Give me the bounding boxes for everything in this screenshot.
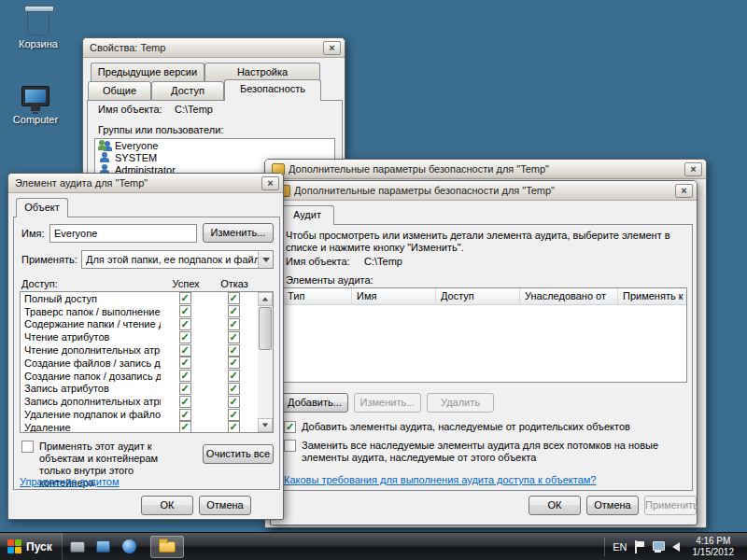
apply-button[interactable]: Применить <box>644 496 697 515</box>
ok-button[interactable]: ОК <box>529 496 581 515</box>
scroll-up-icon[interactable] <box>258 292 273 306</box>
permission-row[interactable]: Содержание папки / чтение данных <box>21 318 258 331</box>
tab-previous-versions[interactable]: Предыдущие версии <box>91 63 204 81</box>
active-task-button[interactable] <box>150 536 184 558</box>
tab-audit[interactable]: Аудит <box>280 205 334 225</box>
success-checkbox[interactable] <box>179 370 191 382</box>
edit-button[interactable]: Изменить... <box>354 393 421 413</box>
permission-row[interactable]: Удаление <box>21 421 258 433</box>
fail-checkbox[interactable] <box>228 344 240 357</box>
column-header-apply-to[interactable]: Применять к <box>618 288 686 304</box>
inherit-audit-checkbox[interactable] <box>284 421 296 433</box>
ok-button[interactable]: ОК <box>141 496 193 515</box>
network-icon[interactable] <box>652 541 665 553</box>
success-checkbox[interactable] <box>179 292 191 304</box>
container-only-checkbox[interactable] <box>21 441 34 453</box>
start-button[interactable]: Пуск <box>0 533 63 560</box>
column-header-name[interactable]: Имя <box>352 288 436 304</box>
clear-all-button[interactable]: Очистить все <box>203 444 274 464</box>
fail-checkbox[interactable] <box>228 409 240 421</box>
permission-row[interactable]: Чтение дополнительных атрибутов <box>21 343 258 357</box>
tab-object[interactable]: Объект <box>16 198 68 217</box>
permission-row[interactable]: Создание папок / дозапись данных <box>21 370 258 383</box>
success-checkbox[interactable] <box>179 331 191 343</box>
fail-checkbox[interactable] <box>228 357 240 369</box>
audit-entries-table[interactable]: Тип Имя Доступ Унаследовано от Применять… <box>282 287 687 383</box>
desktop-icon-computer[interactable]: Computer <box>3 86 68 125</box>
quick-launch-icon-1[interactable] <box>66 536 89 558</box>
language-indicator[interactable]: EN <box>613 541 627 553</box>
permission-row[interactable]: Удаление подпапок и файлов <box>21 408 258 421</box>
permission-row[interactable]: Полный доступ <box>21 292 258 305</box>
success-checkbox[interactable] <box>179 421 191 433</box>
remove-button[interactable]: Удалить <box>427 393 494 413</box>
apply-to-dropdown[interactable]: Для этой папки, ее подпапок и файлов <box>81 250 274 269</box>
permission-row[interactable]: Траверс папок / выполнение файлов <box>21 305 258 318</box>
close-icon[interactable]: × <box>675 184 693 198</box>
name-field[interactable]: Everyone <box>49 224 197 243</box>
access-label: Доступ: <box>21 278 58 289</box>
success-checkbox[interactable] <box>179 305 191 317</box>
fail-checkbox[interactable] <box>228 383 240 395</box>
permission-label: Создание папок / дозапись данных <box>24 371 161 382</box>
tab-general[interactable]: Общие <box>88 81 151 100</box>
tab-customize[interactable]: Настройка <box>204 63 320 81</box>
properties-titlebar[interactable]: Свойства: Temp × <box>83 38 345 58</box>
quick-launch-icon-3[interactable] <box>119 536 141 558</box>
group-list-item[interactable]: Everyone <box>95 139 334 151</box>
column-header-access[interactable]: Доступ <box>436 288 520 304</box>
scroll-down-icon[interactable] <box>258 418 273 432</box>
audit-entry-window: Элемент аудита для "Temp" × Объект Имя: … <box>7 173 284 520</box>
scrollbar[interactable] <box>258 292 273 432</box>
permission-row[interactable]: Создание файлов / запись данных <box>21 357 258 370</box>
column-header-type[interactable]: Тип <box>283 288 352 304</box>
chevron-down-icon[interactable] <box>258 251 273 268</box>
flag-icon[interactable] <box>635 540 644 553</box>
audit-entry-title: Элемент аудита для "Temp" <box>15 177 258 189</box>
replace-audit-checkbox[interactable] <box>284 440 296 452</box>
success-checkbox[interactable] <box>179 383 191 395</box>
window-icon <box>96 540 110 553</box>
fail-checkbox[interactable] <box>228 331 240 343</box>
permission-row[interactable]: Чтение атрибутов <box>21 330 258 343</box>
audit-entry-titlebar[interactable]: Элемент аудита для "Temp" × <box>8 174 283 193</box>
group-name: SYSTEM <box>115 152 157 163</box>
tab-security[interactable]: Безопасность <box>224 79 321 101</box>
fail-checkbox[interactable] <box>228 370 240 382</box>
success-checkbox[interactable] <box>179 344 191 357</box>
permissions-listbox[interactable]: Полный доступ Траверс папок / выполнение… <box>20 291 274 433</box>
success-checkbox[interactable] <box>179 357 191 369</box>
change-button[interactable]: Изменить... <box>203 223 274 243</box>
quick-launch-icon-2[interactable] <box>92 536 115 558</box>
desktop-icon-recycle-bin[interactable]: Корзина <box>6 9 71 49</box>
fail-checkbox[interactable] <box>228 318 240 330</box>
permission-row[interactable]: Запись атрибутов <box>21 383 258 396</box>
advanced-titlebar[interactable]: Дополнительные параметры безопасности дл… <box>271 181 697 201</box>
volume-icon[interactable] <box>672 542 680 552</box>
scrollbar-thumb[interactable] <box>259 307 272 350</box>
close-icon[interactable]: × <box>684 162 702 176</box>
success-checkbox[interactable] <box>179 396 191 408</box>
permission-label: Траверс папок / выполнение файлов <box>24 306 161 317</box>
cancel-button[interactable]: Отмена <box>199 496 251 515</box>
permission-row[interactable]: Запись дополнительных атрибутов <box>21 395 258 408</box>
tab-sharing[interactable]: Доступ <box>151 81 224 100</box>
fail-checkbox[interactable] <box>228 421 240 433</box>
name-label: Имя: <box>21 228 44 239</box>
close-icon[interactable]: × <box>261 176 279 190</box>
success-checkbox[interactable] <box>179 409 191 421</box>
cancel-button[interactable]: Отмена <box>586 496 639 515</box>
audit-requirements-link[interactable]: Каковы требования для выполнения аудита … <box>284 474 596 485</box>
fail-checkbox[interactable] <box>228 305 240 317</box>
manage-audit-link[interactable]: Управление аудитом <box>20 476 120 487</box>
add-button[interactable]: Добавить... <box>281 393 348 413</box>
column-header-inherited-from[interactable]: Унаследовано от <box>520 288 618 304</box>
close-icon[interactable]: × <box>323 41 341 55</box>
recycle-bin-label: Корзина <box>6 38 71 49</box>
advanced-back-titlebar[interactable]: Дополнительные параметры безопасности дл… <box>265 160 706 179</box>
tray-clock[interactable]: 4:16 PM 1/15/2012 <box>687 536 740 558</box>
fail-checkbox[interactable] <box>228 292 240 304</box>
audit-description: Чтобы просмотреть или изменить детали эл… <box>286 230 682 254</box>
success-checkbox[interactable] <box>179 318 191 330</box>
fail-checkbox[interactable] <box>228 396 240 408</box>
